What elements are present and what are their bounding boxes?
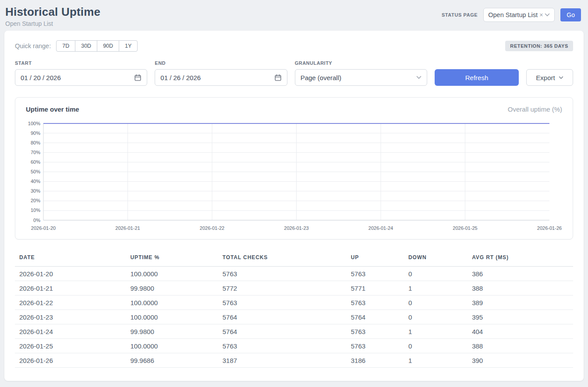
uptime-line-chart: 0%10%20%30%40%50%60%70%80%90%100%2026-01… [26,119,564,234]
table-cell: 5763 [347,267,404,281]
page-subtitle: Open Startup List [5,20,100,27]
granularity-field: GRANULARITY Page (overall) [295,60,427,86]
table-cell: 1 [404,281,468,296]
chevron-down-icon [416,76,422,79]
table-body: 2026-01-20100.00005763576303862026-01-21… [15,267,573,368]
table-cell: 386 [468,267,573,281]
svg-text:2026-01-20: 2026-01-20 [31,225,56,231]
table-cell: 0 [404,310,468,324]
table-cell: 2026-01-23 [15,310,126,324]
quick-range-group: 7D 30D 90D 1Y [56,40,138,52]
column-header: UPTIME % [126,250,218,267]
table-cell: 395 [468,310,573,324]
granularity-value: Page (overall) [301,74,341,81]
svg-text:100%: 100% [28,121,40,126]
uptime-table: DATEUPTIME %TOTAL CHECKSUPDOWNAVG RT (MS… [15,250,573,368]
table-cell: 100.0000 [126,267,218,281]
table-cell: 5764 [347,310,404,324]
retention-badge: RETENTION: 365 DAYS [505,41,573,51]
svg-text:2026-01-22: 2026-01-22 [200,225,224,231]
chevron-down-icon [545,13,550,17]
svg-text:2026-01-24: 2026-01-24 [368,225,393,231]
column-header: UP [347,250,404,267]
filter-form-row: START 01 / 20 / 2026 END 01 / 26 / 2026 … [15,60,573,86]
table-cell: 5763 [218,267,347,281]
table-cell: 2026-01-25 [15,339,126,353]
start-date-field: START 01 / 20 / 2026 [15,60,147,86]
svg-text:50%: 50% [31,169,40,174]
table-cell: 1 [404,324,468,339]
svg-text:20%: 20% [31,198,40,203]
table-cell: 100.0000 [126,339,218,353]
svg-text:70%: 70% [31,150,40,155]
table-row: 2026-01-22100.0000576357630389 [15,296,573,310]
main-card: Quick range: 7D 30D 90D 1Y RETENTION: 36… [4,31,584,381]
table-cell: 99.9800 [126,281,218,296]
table-cell: 5771 [347,281,404,296]
svg-text:0%: 0% [33,218,40,223]
svg-text:60%: 60% [31,159,40,165]
table-cell: 5764 [218,310,347,324]
column-header: AVG RT (MS) [468,250,573,267]
quick-range-row: Quick range: 7D 30D 90D 1Y RETENTION: 36… [15,40,573,52]
table-cell: 0 [404,339,468,353]
table-cell: 5763 [218,296,347,310]
table-cell: 5764 [218,324,347,339]
svg-text:10%: 10% [31,208,40,213]
page-titles: Historical Uptime Open Startup List [5,5,100,27]
export-button[interactable]: Export [526,69,573,86]
column-header: DATE [15,250,126,267]
table-cell: 99.9686 [126,353,218,368]
svg-text:2026-01-21: 2026-01-21 [115,225,140,231]
table-cell: 390 [468,353,573,368]
table-row: 2026-01-25100.0000576357630388 [15,339,573,353]
table-cell: 3186 [347,353,404,368]
table-cell: 3187 [218,353,347,368]
table-cell: 2026-01-21 [15,281,126,296]
svg-text:30%: 30% [31,188,40,194]
svg-text:2026-01-25: 2026-01-25 [453,225,477,231]
table-cell: 5772 [218,281,347,296]
quick-range-1y-button[interactable]: 1Y [119,40,138,52]
clear-selection-icon[interactable]: × [539,11,543,18]
quick-range-90d-button[interactable]: 90D [97,40,119,52]
table-cell: 404 [468,324,573,339]
quick-range-7d-button[interactable]: 7D [56,40,75,52]
start-date-label: START [15,60,147,66]
table-cell: 388 [468,281,573,296]
calendar-icon[interactable] [134,74,142,81]
end-date-value: 01 / 26 / 2026 [160,74,201,81]
table-row: 2026-01-20100.0000576357630386 [15,267,573,281]
refresh-button[interactable]: Refresh [435,69,519,86]
status-page-label: STATUS PAGE [442,12,478,18]
table-cell: 5763 [347,296,404,310]
status-page-select[interactable]: Open Startup List × [483,8,555,22]
granularity-label: GRANULARITY [295,60,427,66]
column-header: DOWN [404,250,468,267]
table-cell: 0 [404,267,468,281]
table-cell: 5763 [218,339,347,353]
table-cell: 99.9800 [126,324,218,339]
quick-range-30d-button[interactable]: 30D [75,40,97,52]
calendar-icon[interactable] [274,74,282,81]
table-cell: 2026-01-20 [15,267,126,281]
go-button[interactable]: Go [560,8,581,21]
table-cell: 2026-01-24 [15,324,126,339]
table-row: 2026-01-2499.9800576457631404 [15,324,573,339]
quick-range-label: Quick range: [15,42,51,49]
table-cell: 2026-01-22 [15,296,126,310]
end-date-field: END 01 / 26 / 2026 [155,60,287,86]
svg-text:2026-01-26: 2026-01-26 [537,225,562,231]
start-date-input[interactable]: 01 / 20 / 2026 [15,69,147,86]
svg-text:80%: 80% [31,140,40,145]
end-date-label: END [155,60,287,66]
table-header: DATEUPTIME %TOTAL CHECKSUPDOWNAVG RT (MS… [15,250,573,267]
svg-text:2026-01-23: 2026-01-23 [284,225,308,231]
table-cell: 100.0000 [126,296,218,310]
end-date-input[interactable]: 01 / 26 / 2026 [155,69,287,86]
table-row: 2026-01-23100.0000576457640395 [15,310,573,324]
table-cell: 100.0000 [126,310,218,324]
export-button-label: Export [536,74,555,81]
granularity-select[interactable]: Page (overall) [295,69,427,86]
table-cell: 2026-01-26 [15,353,126,368]
